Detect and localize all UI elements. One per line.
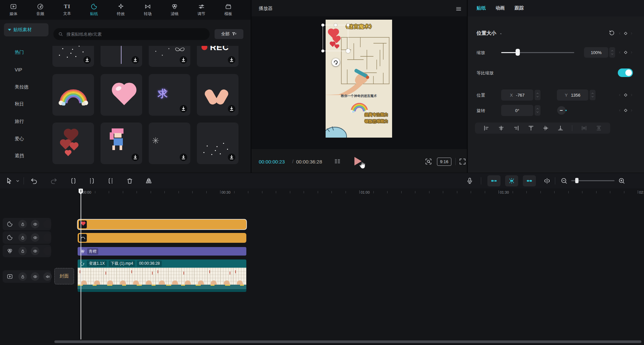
- keyframe-next-icon[interactable]: [630, 108, 634, 112]
- position-y-field[interactable]: Y 1356: [557, 89, 588, 101]
- keyframe-next-icon[interactable]: [630, 50, 634, 54]
- scale-value-field[interactable]: 100%: [584, 47, 608, 58]
- download-icon[interactable]: [179, 56, 188, 64]
- keyframe-diamond-icon[interactable]: [623, 31, 628, 36]
- distribute-h-icon[interactable]: [581, 125, 587, 131]
- toolbar-effects[interactable]: 特效: [107, 0, 134, 20]
- download-icon[interactable]: [227, 56, 236, 64]
- lock-icon[interactable]: [18, 247, 27, 255]
- current-timecode[interactable]: 00:00:00:23: [259, 159, 285, 164]
- position-x-stepper[interactable]: [535, 90, 540, 100]
- sidebar-root-sticker-material[interactable]: 贴纸素材: [4, 23, 48, 36]
- cover-button[interactable]: 封面: [54, 268, 74, 284]
- preview-quality-icon[interactable]: [425, 158, 432, 165]
- linkage-toggle[interactable]: [505, 175, 518, 186]
- sticker-clip-2[interactable]: [78, 233, 246, 243]
- position-y-stepper[interactable]: [590, 90, 596, 100]
- download-icon[interactable]: [131, 56, 140, 64]
- keyframe-prev-icon[interactable]: [618, 50, 622, 54]
- sticker-card-heart-hands[interactable]: [197, 74, 238, 116]
- sticker-search[interactable]: [53, 28, 210, 40]
- video-clip[interactable]: 变速1.1X 下载 (1).mp4 00:00:36:28: [78, 259, 246, 292]
- mirror-icon[interactable]: [145, 177, 153, 185]
- sticker-card-pink-heart[interactable]: [101, 74, 142, 116]
- keyframe-next-icon[interactable]: [630, 31, 634, 35]
- align-left-icon[interactable]: [483, 125, 490, 131]
- keyframe-prev-icon[interactable]: [618, 93, 622, 97]
- download-icon[interactable]: [83, 56, 91, 64]
- horizontal-scrollbar[interactable]: [54, 340, 641, 343]
- lock-icon[interactable]: [18, 272, 27, 281]
- keyframe-prev-icon[interactable]: [618, 108, 622, 112]
- selection-box[interactable]: [323, 25, 348, 51]
- trim-left-icon[interactable]: [88, 177, 96, 185]
- download-icon[interactable]: [227, 153, 236, 162]
- split-icon[interactable]: [69, 177, 77, 185]
- lock-icon[interactable]: [18, 220, 27, 228]
- sidebar-item-美拉德[interactable]: 美拉德: [15, 83, 47, 91]
- align-top-icon[interactable]: [528, 125, 534, 131]
- sidebar-item-旅行[interactable]: 旅行: [15, 118, 47, 125]
- sticker-card-rec-badge[interactable]: REC: [197, 46, 238, 67]
- eye-icon[interactable]: [31, 272, 39, 281]
- distribute-v-icon[interactable]: [596, 125, 602, 131]
- uniform-scale-toggle[interactable]: [618, 68, 633, 77]
- aspect-ratio-button[interactable]: 9:16: [437, 158, 451, 166]
- align-right-icon[interactable]: [513, 125, 520, 131]
- eye-icon[interactable]: [31, 247, 39, 255]
- sticker-card-pixel-girl[interactable]: [101, 123, 142, 164]
- reset-icon[interactable]: [609, 29, 615, 36]
- tab-动画[interactable]: 动画: [496, 5, 505, 11]
- fullscreen-icon[interactable]: [459, 158, 466, 165]
- speaker-icon[interactable]: [43, 272, 52, 281]
- download-icon[interactable]: [179, 105, 188, 113]
- align-vcenter-icon[interactable]: [542, 125, 549, 131]
- sticker-card-qiu-text[interactable]: 求: [149, 74, 190, 116]
- rotate-value-field[interactable]: 0°: [501, 105, 533, 116]
- toolbar-sticker[interactable]: 贴纸: [81, 0, 107, 20]
- tab-跟踪[interactable]: 跟踪: [515, 5, 524, 11]
- preview-axis-icon[interactable]: [543, 177, 551, 185]
- download-icon[interactable]: [131, 153, 140, 162]
- scale-stepper[interactable]: [609, 47, 615, 58]
- position-x-field[interactable]: X -767: [501, 89, 533, 101]
- tab-贴纸[interactable]: 贴纸: [477, 5, 486, 11]
- sticker-card-rainbow[interactable]: [52, 74, 94, 116]
- align-bottom-icon[interactable]: [557, 125, 564, 131]
- sidebar-item-VIP[interactable]: VIP: [15, 66, 47, 74]
- selection-handle-top[interactable]: [334, 24, 337, 27]
- subtitle-list-icon[interactable]: [333, 158, 341, 165]
- delete-icon[interactable]: [126, 177, 134, 185]
- redo-icon[interactable]: [50, 177, 58, 185]
- microphone-icon[interactable]: [466, 177, 474, 185]
- keyframe-diamond-icon[interactable]: [623, 108, 628, 113]
- scale-slider-handle[interactable]: [516, 49, 520, 56]
- eye-icon[interactable]: [31, 233, 39, 242]
- undo-icon[interactable]: [30, 177, 38, 185]
- filter-all-button[interactable]: 全部: [215, 29, 243, 39]
- sticker-card-hearts-stack[interactable]: [52, 123, 94, 164]
- zoom-in-icon[interactable]: [618, 177, 626, 185]
- section-collapse-icon[interactable]: [499, 32, 502, 35]
- toolbar-filter[interactable]: 滤镜: [161, 0, 188, 20]
- sidebar-item-热门[interactable]: 热门: [15, 48, 47, 56]
- sidebar-item-秋日[interactable]: 秋日: [15, 100, 47, 108]
- sticker-card-star-dust[interactable]: [197, 123, 238, 164]
- rotate-dial[interactable]: [557, 106, 566, 115]
- search-input[interactable]: [66, 31, 197, 37]
- trim-right-icon[interactable]: [107, 177, 115, 185]
- sticker-card-sparkles[interactable]: [52, 46, 94, 67]
- align-hcenter-icon[interactable]: [498, 125, 504, 131]
- sidebar-item-爱心[interactable]: 爱心: [15, 135, 47, 143]
- keyframe-diamond-icon[interactable]: [623, 92, 628, 98]
- filter-clip[interactable]: 青橙: [78, 247, 246, 256]
- sticker-card-butterfly-sparkle[interactable]: [149, 46, 190, 67]
- zoom-out-icon[interactable]: [560, 177, 568, 185]
- toolbar-audio[interactable]: 音频: [27, 0, 54, 20]
- sticker-clip-1[interactable]: [78, 220, 246, 229]
- scale-slider[interactable]: [501, 52, 574, 53]
- selection-handle-tl[interactable]: [321, 24, 324, 27]
- lock-icon[interactable]: [18, 233, 27, 242]
- sticker-card-arrow-up[interactable]: [101, 46, 142, 67]
- selection-handle-bl[interactable]: [321, 49, 324, 52]
